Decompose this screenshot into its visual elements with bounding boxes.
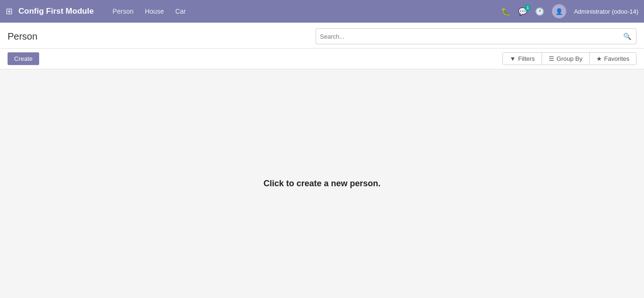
nav-item-person[interactable]: Person <box>107 6 139 17</box>
admin-label[interactable]: Administrator (odoo-14) <box>574 8 638 15</box>
create-button[interactable]: Create <box>8 52 39 65</box>
group-by-icon: ☰ <box>549 55 554 62</box>
content-header: Person 🔍 <box>8 28 636 44</box>
group-by-label: Group By <box>557 55 583 62</box>
grid-icon[interactable]: ⊞ <box>6 6 13 17</box>
nav-item-house[interactable]: House <box>139 6 169 17</box>
clock-icon[interactable]: 🕐 <box>535 7 544 16</box>
nav-menu: Person House Car <box>107 6 496 17</box>
search-button[interactable]: 🔍 <box>622 33 632 40</box>
main-area[interactable]: Click to create a new person. <box>0 69 644 298</box>
content-header-wrapper: Person 🔍 <box>0 23 644 49</box>
chat-icon[interactable]: 💬 1 <box>518 7 527 16</box>
filters-button[interactable]: ▼ Filters <box>503 53 542 65</box>
star-icon: ★ <box>596 55 602 62</box>
chat-badge: 1 <box>524 4 531 11</box>
app-title: Config First Module <box>18 7 94 16</box>
search-bar: 🔍 <box>316 28 636 44</box>
bug-icon[interactable]: 🐛 <box>501 7 510 16</box>
group-by-button[interactable]: ☰ Group By <box>542 53 590 65</box>
navbar-right: 🐛 💬 1 🕐 👤 Administrator (odoo-14) <box>501 4 638 18</box>
avatar[interactable]: 👤 <box>552 4 566 18</box>
filter-group: ▼ Filters ☰ Group By ★ Favorites <box>502 52 636 65</box>
search-input[interactable] <box>320 33 622 40</box>
navbar: ⊞ Config First Module Person House Car 🐛… <box>0 0 644 23</box>
filters-label: Filters <box>518 55 535 62</box>
favorites-label: Favorites <box>604 55 629 62</box>
favorites-button[interactable]: ★ Favorites <box>590 53 636 65</box>
nav-item-car[interactable]: Car <box>169 6 192 17</box>
page-title: Person <box>8 31 37 42</box>
toolbar-row: Create ▼ Filters ☰ Group By ★ Favorites <box>0 49 644 69</box>
empty-state-message: Click to create a new person. <box>263 179 380 189</box>
filter-icon: ▼ <box>510 55 516 62</box>
